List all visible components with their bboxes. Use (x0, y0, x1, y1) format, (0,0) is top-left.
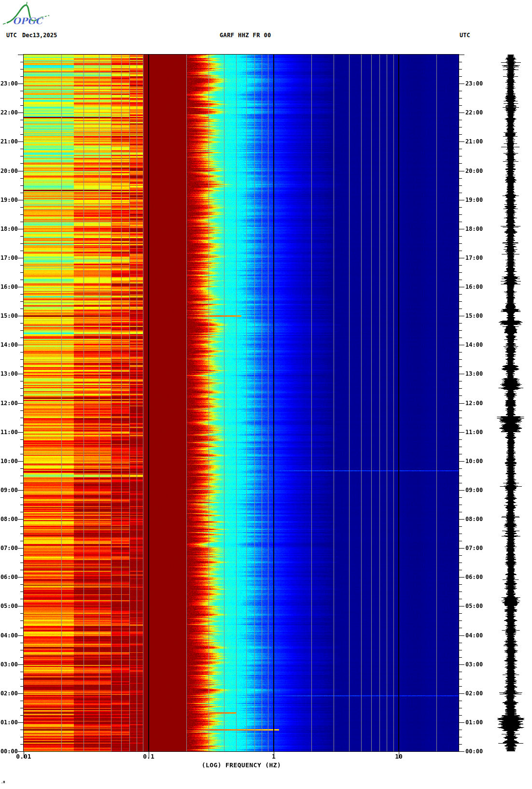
corner-mark: .H (1, 780, 5, 784)
time-label-left: 02:00 (0, 690, 18, 697)
time-label-right: 21:00 (465, 138, 494, 145)
time-label-right: 13:00 (465, 370, 494, 377)
time-label-right: 12:00 (465, 400, 494, 407)
time-label-left: 22:00 (0, 109, 18, 116)
freq-tick-label: 10 (384, 753, 413, 760)
time-label-left: 14:00 (0, 341, 18, 348)
time-label-left: 06:00 (0, 574, 18, 580)
time-label-right: 06:00 (465, 574, 494, 580)
freq-tick-label: 1 (259, 753, 288, 760)
time-label-left: 21:00 (0, 138, 18, 145)
time-label-right: 19:00 (465, 197, 494, 203)
freq-tick-label: 0.1 (134, 753, 163, 760)
time-label-right: 03:00 (465, 661, 494, 668)
time-label-left: 04:00 (0, 632, 18, 639)
time-label-right: 02:00 (465, 690, 494, 697)
freq-tick-label: 0.01 (9, 753, 38, 760)
time-label-right: 07:00 (465, 545, 494, 551)
time-label-left: 17:00 (0, 254, 18, 261)
time-label-left: 11:00 (0, 429, 18, 436)
time-label-right: 09:00 (465, 487, 494, 493)
spectrogram-page: OPGC UTC Dec13,2025 GARF HHZ FR 00 UTC 2… (0, 0, 532, 789)
time-label-right: 23:00 (465, 80, 494, 87)
time-label-left: 20:00 (0, 168, 18, 174)
time-label-left: 15:00 (0, 312, 18, 319)
time-label-left: 03:00 (0, 661, 18, 668)
time-label-right: 10:00 (465, 458, 494, 465)
time-label-right: 08:00 (465, 516, 494, 522)
time-label-left: 12:00 (0, 400, 18, 407)
time-label-right: 11:00 (465, 429, 494, 436)
time-label-right: 17:00 (465, 254, 494, 261)
helicorder-trace (495, 55, 527, 751)
time-label-right: 05:00 (465, 603, 494, 609)
time-label-left: 05:00 (0, 603, 18, 609)
time-label-left: 19:00 (0, 197, 18, 203)
time-label-right: 22:00 (465, 109, 494, 116)
time-label-right: 20:00 (465, 168, 494, 174)
time-label-left: 10:00 (0, 458, 18, 465)
time-label-left: 07:00 (0, 545, 18, 551)
time-label-left: 23:00 (0, 80, 18, 87)
time-label-left: 16:00 (0, 283, 18, 290)
time-label-left: 18:00 (0, 225, 18, 232)
time-label-left: 08:00 (0, 516, 18, 522)
axes-overlay (0, 0, 532, 789)
time-label-right: 18:00 (465, 225, 494, 232)
time-label-left: 01:00 (0, 719, 18, 726)
time-label-right: 16:00 (465, 283, 494, 290)
time-label-left: 09:00 (0, 487, 18, 493)
time-label-right: 15:00 (465, 312, 494, 319)
time-label-right: 00:00 (465, 748, 494, 755)
time-label-right: 14:00 (465, 341, 494, 348)
time-label-left: 13:00 (0, 370, 18, 377)
time-label-right: 01:00 (465, 719, 494, 726)
x-axis-title: (LOG) FREQUENCY (HZ) (183, 761, 299, 769)
time-label-right: 04:00 (465, 632, 494, 639)
